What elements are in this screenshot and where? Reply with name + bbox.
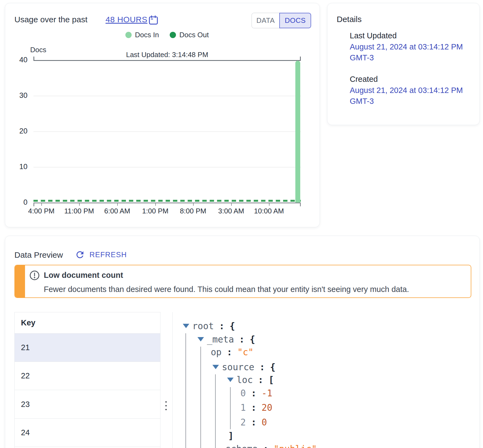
json-bracket: ] [228, 431, 234, 441]
row-21-label: 21 [21, 343, 30, 352]
resizer-right-border [172, 312, 173, 448]
json-row-loc-1: 1 : 20 [240, 401, 273, 414]
json-row-op: op : "c" [211, 345, 253, 359]
row-23-label: 23 [21, 400, 30, 409]
json-index: 0 [240, 388, 246, 399]
json-row-meta: _meta : { [197, 332, 255, 346]
x-tick-1 [41, 203, 42, 206]
top-axis-line [33, 60, 301, 61]
row-22-label: 22 [21, 371, 30, 380]
x-label-1: 4:00 PM [28, 207, 55, 215]
docs-out-dot-icon [170, 32, 176, 38]
refresh-icon [75, 250, 85, 260]
x-label-4: 1:00 PM [142, 207, 169, 215]
x-label-3: 6:00 AM [104, 207, 130, 215]
x-tick-7 [269, 203, 270, 206]
collapse-triangle-icon[interactable] [183, 324, 189, 328]
last-updated-label: Last Updated [350, 31, 397, 40]
refresh-button[interactable]: REFRESH [75, 250, 127, 260]
row-24-label: 24 [21, 428, 30, 437]
json-row-loc-0: 0 : -1 [240, 386, 273, 400]
json-row-loc-close: ] [228, 429, 234, 443]
json-number-value: -1 [262, 388, 273, 399]
page: Usage over the past 48 HOURS DATA DOCS D… [0, 0, 483, 448]
details-title: Details [337, 15, 362, 24]
json-key: _meta [207, 334, 234, 345]
collapse-triangle-icon[interactable] [212, 365, 219, 369]
json-bracket: { [250, 334, 255, 345]
guide-loc [230, 387, 231, 429]
data-docs-toggle: DATA DOCS [252, 13, 311, 28]
top-axis-left-tick [33, 57, 34, 60]
legend-docs-in[interactable]: Docs In [125, 31, 159, 39]
x-axis-right-end-tick [300, 203, 301, 206]
json-key: op [211, 347, 222, 357]
docs-tab-button[interactable]: DOCS [279, 13, 311, 28]
x-label-7: 10:00 AM [254, 207, 284, 215]
details-card: Details Last Updated August 21, 2024 at … [327, 3, 480, 125]
calendar-icon[interactable] [148, 15, 159, 26]
json-key: root [192, 321, 214, 331]
y-tick-0: 0 [8, 198, 27, 207]
table-row-21[interactable]: 21 [15, 334, 160, 362]
y-tick-30: 30 [8, 91, 27, 100]
json-number-value: 20 [262, 402, 273, 413]
x-tick-6 [231, 203, 232, 206]
legend-docs-out[interactable]: Docs Out [170, 31, 209, 39]
json-colon: : [219, 321, 224, 331]
last-updated-value: August 21, 2024 at 03:14:12 PM GMT-3 [350, 41, 464, 63]
created-value: August 21, 2024 at 03:14:12 PM GMT-3 [350, 85, 464, 107]
json-index: 2 [240, 417, 246, 428]
json-number-value: 0 [262, 417, 267, 428]
collapse-triangle-icon[interactable] [197, 337, 204, 341]
json-key: schema [225, 444, 258, 448]
chart-last-updated: Last Updated: 3:14:48 PM [33, 51, 301, 59]
json-colon: : [251, 388, 256, 399]
created-label: Created [350, 75, 378, 84]
chart-plot-area: 4:00 PM 11:00 PM 6:00 AM 1:00 PM 8:00 PM… [33, 60, 301, 203]
docs-out-zero-line [33, 200, 301, 202]
json-colon: : [239, 334, 244, 345]
json-bracket: { [270, 362, 275, 372]
json-bracket: { [230, 321, 235, 331]
json-key: source [222, 362, 254, 372]
data-preview-title: Data Preview [14, 250, 63, 260]
docs-in-dot-icon [125, 32, 132, 38]
top-axis-right-tick [300, 57, 301, 60]
legend-docs-in-label: Docs In [135, 31, 159, 39]
data-tab-button[interactable]: DATA [252, 13, 279, 28]
alert-title: Low document count [44, 271, 123, 280]
x-tick-4 [155, 203, 156, 206]
table-row-22[interactable]: 22 [15, 362, 160, 390]
guide-meta [200, 347, 201, 448]
json-string-value: "public" [274, 444, 317, 448]
gridline-30 [33, 96, 301, 96]
low-document-count-alert: Low document count Fewer documents than … [14, 265, 471, 298]
json-colon: : [251, 402, 256, 413]
alert-accent-bar [15, 265, 25, 297]
alert-message: Fewer documents than desired were found.… [44, 285, 409, 294]
json-row-root: root : { [183, 319, 235, 333]
json-bracket: [ [268, 375, 274, 385]
json-colon: : [227, 347, 232, 357]
legend-docs-out-label: Docs Out [179, 31, 209, 39]
collapse-triangle-icon[interactable] [227, 378, 234, 382]
y-tick-40: 40 [8, 56, 27, 64]
x-tick-5 [193, 203, 194, 206]
guide-root [185, 333, 186, 448]
refresh-label: REFRESH [89, 251, 127, 259]
range-link[interactable]: 48 HOURS [106, 15, 147, 24]
chart-legend: Docs In Docs Out [33, 31, 301, 39]
y-tick-20: 20 [8, 127, 27, 135]
table-row-23[interactable]: 23 [15, 390, 160, 419]
table-row-next-clipped[interactable] [15, 447, 160, 448]
json-row-source: source : { [212, 360, 275, 374]
table-row-24[interactable]: 24 [15, 419, 160, 447]
gridline-10 [33, 167, 301, 167]
json-row-loc: loc : [ [227, 373, 274, 387]
json-row-schema-clipped: schema : "public" [225, 442, 317, 448]
x-tick-3 [117, 203, 118, 206]
panel-resize-handle[interactable] [165, 401, 167, 410]
json-key: loc [237, 375, 253, 385]
x-label-2: 11:00 PM [64, 207, 94, 215]
